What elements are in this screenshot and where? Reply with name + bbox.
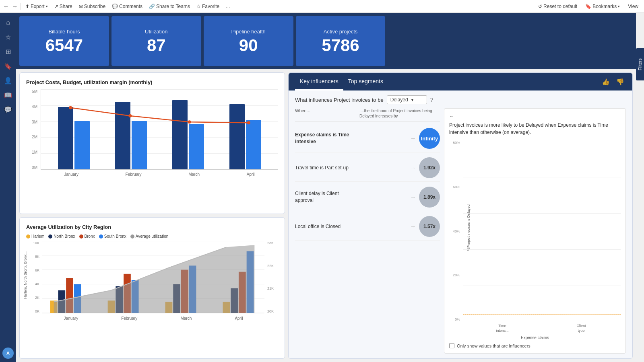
influencer-badge-1[interactable]: 1.92x (419, 157, 440, 178)
detail-bar-chart: 80% 60% 40% 20% 0% %Project invoices is … (449, 141, 621, 333)
share-teams-button[interactable]: 🔗 Share to Teams (147, 3, 192, 10)
delayed-dropdown[interactable]: Delayed ▾ (387, 95, 427, 104)
filters-tab[interactable]: Filters (636, 48, 644, 80)
bar-jan-dark[interactable] (58, 107, 73, 169)
bar-apr-light[interactable] (246, 120, 261, 169)
detail-back-button[interactable]: ← (449, 113, 621, 119)
legend-south-bronx: South Bronx (99, 234, 126, 239)
influencer-badge-0[interactable]: Infinity (419, 128, 440, 149)
user-avatar[interactable]: A (2, 348, 14, 359)
sidebar-chat-icon[interactable]: 💬 (2, 103, 14, 116)
influencers-split: When... ....the likelihood of Project in… (295, 108, 626, 354)
kpi-active-projects[interactable]: Active projects 5786 (296, 16, 386, 66)
bar-group-jan (58, 107, 90, 169)
bookmarks-chevron: ▾ (618, 4, 620, 8)
influencer-row-1[interactable]: Travel time is Part set-up → 1.92x (295, 154, 440, 182)
arrow-icon-1: → (410, 165, 416, 171)
subscribe-button[interactable]: ✉ Subscribe (76, 3, 108, 10)
reset-button[interactable]: ↺ Reset to default (536, 3, 580, 10)
tab-top-segments[interactable]: Top segments (343, 73, 388, 90)
influencer-checkbox[interactable] (449, 343, 454, 348)
cost-chart-y-labels: 5M 4M 3M 2M 1M 0M (26, 89, 39, 170)
dashed-baseline (463, 314, 621, 315)
legend-bronx: Bronx (79, 234, 95, 239)
sidebar-book-icon[interactable]: 📖 (2, 88, 14, 101)
arrow-icon-2: → (410, 194, 416, 200)
export-chevron-icon: ▾ (46, 4, 48, 8)
project-costs-title: Project Costs, Budget, utilization margi… (26, 79, 278, 85)
bar-mar-dark[interactable] (172, 100, 188, 169)
nav-forward-icon[interactable]: → (12, 3, 18, 10)
bar-jan-light[interactable] (74, 121, 90, 169)
bar-feb-light[interactable] (132, 121, 147, 169)
checkbox-label: Only show values that are influencers (457, 343, 530, 348)
influencer-header: When... ....the likelihood of Project in… (295, 108, 440, 121)
sidebar-star-icon[interactable]: ☆ (2, 31, 14, 43)
star-icon: ☆ (196, 4, 201, 9)
legend-harlem: Harlem (26, 234, 44, 239)
cost-chart-x-labels: January February March April (41, 171, 278, 178)
detail-bars (463, 141, 621, 322)
project-costs-chart: 5M 4M 3M 2M 1M 0M (26, 89, 278, 178)
export-icon: ⬆ (25, 4, 29, 9)
bookmark-icon: 🔖 (585, 4, 591, 9)
influencers-list: When... ....the likelihood of Project in… (295, 108, 440, 354)
bar-group-mar (172, 100, 204, 169)
sidebar-home-icon[interactable]: ⌂ (2, 16, 14, 29)
more-button[interactable]: ... (223, 3, 232, 10)
view-button[interactable]: View (625, 3, 641, 10)
thumbs-down-icon[interactable]: 👎 (615, 76, 626, 87)
kpi-spacer (388, 16, 633, 66)
toolbar: ← → ⬆ Export ▾ ↗ Share ✉ Subscribe 💬 Com… (0, 0, 644, 13)
sidebar-person-icon[interactable]: 👤 (2, 74, 14, 87)
detail-x-title: Expense claims (449, 335, 621, 340)
utilization-chart: 10K 8K 6K 4K 2K 0K Harlem, North Bronx, … (26, 241, 278, 321)
subscribe-icon: ✉ (79, 4, 83, 9)
kpi-utilization[interactable]: Utilization 87 (111, 16, 201, 66)
detail-x-labels: Timeintens... Clienttype (463, 323, 621, 333)
kpi-bar: Billable hours 6547 Utilization 87 Pipel… (16, 13, 636, 69)
detail-footer: Only show values that are influencers (449, 343, 621, 348)
utilization-card: Average Utilization by City Region Harle… (19, 217, 285, 359)
export-button[interactable]: ⬆ Export ▾ (23, 3, 50, 10)
detail-y-labels: 80% 60% 40% 20% 0% (449, 141, 461, 321)
toolbar-divider-1 (20, 3, 21, 10)
kpi-pipeline-health[interactable]: Pipeline health 90 (204, 16, 293, 66)
utilization-legend: Harlem North Bronx Bronx South Bronx (26, 234, 278, 239)
share-button[interactable]: ↗ Share (52, 3, 75, 10)
influencer-badge-2[interactable]: 1.89x (419, 187, 440, 208)
teams-icon: 🔗 (149, 4, 155, 9)
util-chart-svg (42, 241, 264, 313)
bar-group-feb (115, 102, 147, 169)
help-icon[interactable]: ? (430, 97, 433, 103)
util-right-y-axis: 23K 22K 21K 20K (266, 241, 278, 313)
arrow-icon-3: → (410, 223, 416, 230)
kpi-billable-hours[interactable]: Billable hours 6547 (19, 16, 109, 66)
toolbar-right: ↺ Reset to default 🔖 Bookmarks ▾ View (536, 3, 641, 10)
bar-feb-dark[interactable] (115, 102, 130, 169)
bar-apr-dark[interactable] (229, 104, 245, 169)
util-left-y-axis: 10K 8K 6K 4K 2K 0K (26, 241, 41, 313)
bar-mar-light[interactable] (189, 124, 204, 169)
sidebar-bookmark-icon[interactable]: 🔖 (2, 60, 14, 72)
thumbs-up-icon[interactable]: 👍 (600, 76, 611, 87)
influence-question: What influences Project invoices to be D… (295, 95, 626, 104)
left-charts: Project Costs, Budget, utilization margi… (19, 72, 285, 359)
sidebar-apps-icon[interactable]: ⊞ (2, 45, 14, 58)
influencer-row-2[interactable]: Client delay is Clientapproval → 1.89x (295, 183, 440, 211)
bar-group-apr (229, 104, 261, 169)
bookmarks-button[interactable]: 🔖 Bookmarks ▾ (583, 3, 622, 10)
legend-avg-utilization: Average utilization (130, 234, 169, 239)
influencer-row-0[interactable]: Expense claims is Timeintensive → Infini… (295, 125, 440, 152)
favorite-button[interactable]: ☆ Favorite (194, 3, 222, 10)
cost-chart-area (41, 89, 278, 170)
charts-area: Project Costs, Budget, utilization margi… (16, 69, 636, 362)
util-x-labels: January February March April (42, 315, 264, 321)
tab-key-influencers[interactable]: Key influencers (295, 73, 343, 90)
comments-button[interactable]: 💬 Comments (109, 3, 145, 10)
key-influencers-panel: Key influencers Top segments 👍 👎 What in… (288, 72, 633, 359)
influencer-badge-3[interactable]: 1.57x (419, 216, 440, 237)
influencer-row-3[interactable]: Local office is Closed → 1.57x (295, 213, 440, 241)
detail-chart-area (463, 141, 621, 322)
nav-back-icon[interactable]: ← (3, 3, 9, 10)
